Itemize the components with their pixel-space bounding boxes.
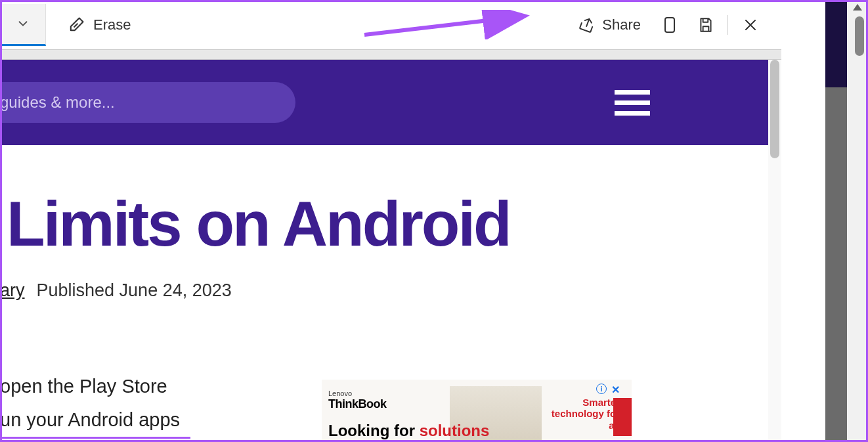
- ad-brand: Lenovo ThinkBook: [328, 389, 387, 411]
- captured-content: guides & more... Limits on Android ary P…: [0, 60, 768, 442]
- body-line: un your Android apps: [0, 409, 180, 430]
- ad-headline: Looking for solutions: [328, 422, 489, 440]
- search-placeholder-text: guides & more...: [0, 93, 115, 112]
- ad-brand-big: ThinkBook: [328, 397, 387, 411]
- svg-rect-2: [665, 18, 674, 32]
- hamburger-icon: [615, 111, 650, 116]
- ad-brand-small: Lenovo: [328, 389, 387, 397]
- hamburger-icon: [615, 90, 650, 95]
- ad-tagline: Smarter technology for all: [544, 397, 620, 431]
- ad-headline-plain: Looking for: [328, 422, 420, 439]
- share-icon: [578, 16, 596, 33]
- share-button[interactable]: Share: [568, 10, 651, 40]
- marker-dropdown-button[interactable]: [0, 4, 46, 46]
- erase-button[interactable]: Erase: [59, 11, 139, 39]
- article-title: Limits on Android: [7, 191, 768, 257]
- advertisement[interactable]: Lenovo ThinkBook Looking for solutions i…: [322, 380, 632, 442]
- close-button[interactable]: [732, 10, 768, 39]
- article-meta: ary Published June 24, 2023: [0, 280, 768, 301]
- menu-button[interactable]: [615, 90, 650, 116]
- site-header: guides & more...: [0, 60, 768, 145]
- content-scrollbar-thumb[interactable]: [770, 60, 779, 158]
- ad-headline-highlight: solutions: [420, 422, 490, 439]
- erase-label: Erase: [93, 16, 131, 33]
- screenshot-toolbar: Erase Share: [0, 0, 781, 49]
- close-icon: [743, 17, 758, 33]
- published-date: Published June 24, 2023: [37, 280, 232, 301]
- chevron-down-icon: [16, 16, 30, 31]
- save-icon: [697, 16, 714, 33]
- ad-info-icon[interactable]: i: [596, 384, 607, 394]
- content-scrollbar-track[interactable]: [768, 60, 781, 442]
- save-button[interactable]: [687, 10, 724, 39]
- toolbar-separator: [0, 49, 781, 60]
- ad-lenovo-badge: [613, 398, 632, 436]
- underline-annotation: [0, 437, 190, 439]
- window-scrollbar-track-overlay[interactable]: [847, 0, 868, 442]
- hamburger-icon: [615, 100, 650, 105]
- toolbar-divider: [727, 15, 728, 35]
- share-label: Share: [602, 16, 641, 33]
- scrollbar-arrow-up-icon[interactable]: [847, 0, 868, 14]
- copy-icon: [662, 16, 678, 34]
- svg-marker-1: [853, 4, 862, 11]
- ad-close-icon[interactable]: ✕: [611, 384, 620, 396]
- author-link[interactable]: ary: [0, 280, 25, 301]
- search-input[interactable]: guides & more...: [0, 82, 295, 123]
- window-scrollbar-thumb[interactable]: [855, 16, 864, 56]
- erase-icon: [67, 16, 85, 34]
- copy-button[interactable]: [651, 10, 687, 39]
